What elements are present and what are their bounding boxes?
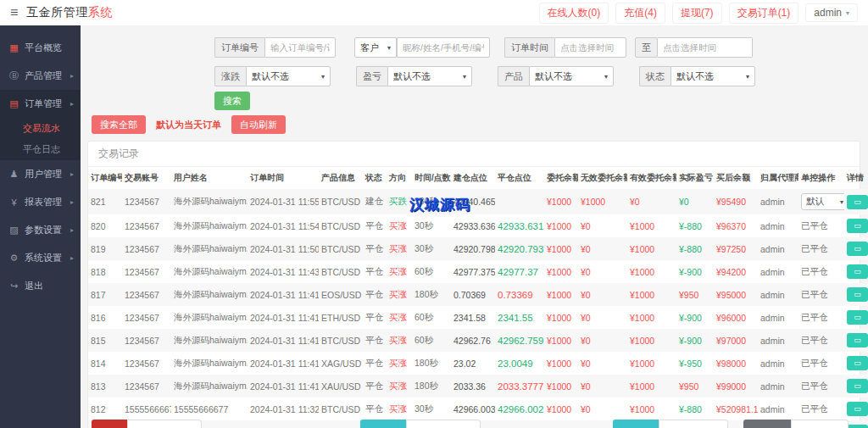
cell-duration: 180秒 <box>412 189 451 214</box>
cell-control: 已平仓 <box>798 214 844 237</box>
filter-select[interactable]: 默认不选▾ <box>387 66 472 86</box>
control-status: 已平仓 <box>801 358 828 368</box>
cell-direction: 买涨 <box>387 283 412 306</box>
cell-order-id: 819 <box>88 237 122 260</box>
summary-button-4[interactable] <box>743 420 791 428</box>
control-select[interactable]: 默认▾ <box>801 193 844 210</box>
cell-product: XAU/USD <box>319 375 363 397</box>
sidebar-item-用户管理[interactable]: ♟用户管理▸ <box>0 160 81 188</box>
time-to-input[interactable] <box>658 37 753 58</box>
topbar-link[interactable]: 提现(7) <box>672 3 722 24</box>
customer-type-select[interactable]: 客户▾ <box>354 37 397 58</box>
sidebar-item-参数设置[interactable]: ▨参数设置▸ <box>0 216 81 244</box>
user-menu[interactable]: admin▾ <box>805 3 858 22</box>
table-row: 8211234567海外源码haiwaiym.com2024-01-31 11:… <box>88 189 868 214</box>
detail-button[interactable]: ▭ <box>847 333 868 347</box>
cell-pnl: ¥-900 <box>676 260 714 283</box>
cell-close-point: 42977.37 <box>495 260 544 283</box>
customer-input[interactable] <box>397 37 490 58</box>
cell-order-time: 2024-01-31 11:41:17 <box>248 352 319 375</box>
cell-open-point: 42977.375 <box>451 260 495 283</box>
sidebar-item-平台概览[interactable]: ▦平台概览 <box>0 34 81 62</box>
cell-status: 平仓 <box>363 375 387 397</box>
auto-refresh-button[interactable]: 自动刷新 <box>231 115 286 134</box>
detail-button[interactable]: ▭ <box>847 379 868 393</box>
cell-user-name: 海外源码haiwaiym.com <box>171 214 248 237</box>
column-header-实际盈亏: 实际盈亏 <box>676 167 714 189</box>
cell-product: XAG/USD <box>319 352 363 375</box>
summary-button-1[interactable] <box>92 420 127 428</box>
card-title: 交易记录 <box>88 142 860 167</box>
cell-valid-entrust: ¥1000 <box>627 375 676 397</box>
cell-order-id: 816 <box>88 306 122 329</box>
search-all-button[interactable]: 搜索全部 <box>92 115 146 134</box>
cell-open-point: 23.02 <box>451 352 495 375</box>
search-button[interactable]: 搜索 <box>214 92 250 110</box>
detail-button[interactable]: ▭ <box>847 264 868 279</box>
cell-control: 已平仓 <box>798 397 844 420</box>
cell-detail: ▭ <box>844 260 868 283</box>
chevron-down-icon: ▾ <box>604 73 608 81</box>
cell-order-time: 2024-01-31 11:41:42 <box>248 306 319 329</box>
summary-value-4 <box>791 420 849 428</box>
cell-close-point <box>495 189 544 214</box>
cell-entrust-amount: ¥1000 <box>544 306 578 329</box>
cell-control: 已平仓 <box>798 283 844 306</box>
filter-select-value: 默认不选 <box>535 70 572 83</box>
cell-invalid-entrust: ¥0 <box>578 214 627 237</box>
cell-duration: 30秒 <box>412 214 451 237</box>
sidebar-item-平仓日志[interactable]: 平仓日志 <box>0 139 81 160</box>
sidebar-item-系统设置[interactable]: ⚙系统设置▸ <box>0 244 81 272</box>
summary-group-2 <box>360 420 481 428</box>
filter-row-2: 涨跌默认不选▾盈亏默认不选▾产品默认不选▾状态默认不选▾ <box>214 66 860 86</box>
sidebar-item-报表管理[interactable]: ¥报表管理▸ <box>0 188 81 216</box>
sidebar-item-订单管理[interactable]: ▤订单管理▸ <box>0 90 81 118</box>
logout-icon: ↪ <box>8 281 19 292</box>
topbar-link[interactable]: 交易订单(1) <box>729 3 799 24</box>
detail-button[interactable]: ▭ <box>847 287 868 302</box>
summary-value-3 <box>659 420 728 428</box>
sidebar-item-退出[interactable]: ↪退出 <box>0 272 81 300</box>
summary-button-3[interactable] <box>613 420 659 428</box>
cell-order-time: 2024-01-31 11:54:26 <box>248 214 319 237</box>
filter-select[interactable]: 默认不选▾ <box>670 66 755 86</box>
topbar-link[interactable]: 充值(4) <box>615 3 665 24</box>
filter-select[interactable]: 默认不选▾ <box>529 66 614 86</box>
summary-button-2[interactable] <box>360 420 406 428</box>
detail-button[interactable]: ▭ <box>847 242 868 256</box>
column-header-详情: 详情 <box>844 167 868 189</box>
cell-order-id: 812 <box>88 397 122 420</box>
cell-account: 1234567 <box>122 375 171 397</box>
hamburger-menu-icon[interactable]: ≡ <box>10 6 18 19</box>
time-from-input[interactable] <box>554 37 626 58</box>
reports-icon: ¥ <box>8 197 19 208</box>
filter-select-涨跌: 涨跌默认不选▾ <box>214 66 331 86</box>
topbar-link[interactable]: 在线人数(0) <box>539 3 609 24</box>
cell-direction: 买跌 <box>387 189 412 214</box>
cell-entrust-amount: ¥1000 <box>544 189 578 214</box>
filter-select-value: 默认不选 <box>252 70 289 83</box>
cell-open-point: 42962.76 <box>451 329 495 352</box>
cell-order-time: 2024-01-31 11:41:29 <box>248 329 319 352</box>
detail-button[interactable]: ▭ <box>847 356 868 370</box>
cell-user-name: 海外源码haiwaiym.com <box>171 189 248 214</box>
product-icon: Ⓑ <box>8 69 19 82</box>
detail-button[interactable]: ▭ <box>847 219 868 233</box>
cell-direction: 买涨 <box>387 214 412 237</box>
table-row: 8171234567海外源码haiwaiym.com2024-01-31 11:… <box>88 283 868 306</box>
detail-button[interactable]: ▭ <box>847 195 868 209</box>
chevron-right-icon: ▸ <box>70 226 74 234</box>
filter-select[interactable]: 默认不选▾ <box>246 66 331 86</box>
cell-user-name: 海外源码haiwaiym.com <box>171 352 248 375</box>
sidebar-item-产品管理[interactable]: Ⓑ产品管理▸ <box>0 62 81 90</box>
order-no-input[interactable] <box>264 37 336 58</box>
order-no-label: 订单编号 <box>214 37 264 58</box>
cell-order-id: 821 <box>88 189 122 214</box>
customer-filter: 客户▾ <box>354 37 490 58</box>
sidebar-item-交易流水[interactable]: 交易流水 <box>0 118 81 139</box>
filter-panel: 订单编号 客户▾ 订单时间 至 涨跌默认不选▾盈亏默认不选▾产品默认不选▾状态默… <box>214 37 860 110</box>
column-header-方向: 方向 <box>387 167 412 189</box>
cell-account: 1234567 <box>122 306 171 329</box>
detail-button[interactable]: ▭ <box>847 310 868 325</box>
detail-button[interactable]: ▭ <box>847 402 868 416</box>
